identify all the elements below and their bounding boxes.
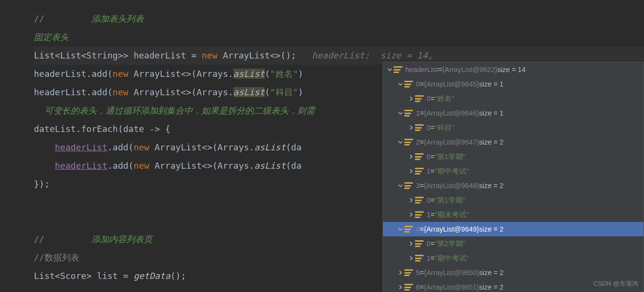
variable-icon (415, 124, 424, 131)
chevron-down-icon[interactable] (397, 227, 404, 232)
debug-var-index: 1 (416, 109, 420, 118)
variable-icon (404, 81, 413, 88)
chevron-right-icon[interactable] (407, 154, 415, 159)
variable-icon (415, 168, 424, 175)
code-text: (da (286, 161, 302, 171)
debug-tree-row[interactable]: 0 = "第2学期" (383, 236, 644, 251)
debug-var-type: {ArrayList@9646} (424, 109, 479, 118)
debug-var-index: 4 (416, 225, 420, 234)
debug-tree-row[interactable]: 4 = {ArrayList@9649} size = 2 (383, 222, 644, 236)
debug-var-index: 5 (416, 268, 420, 277)
string-literal: "姓名" (270, 69, 298, 79)
debug-var-value: "科目" (435, 123, 454, 132)
inline-hint-value: size = 14 (370, 50, 428, 60)
comment-text: 添加表头列表 (92, 14, 144, 24)
debug-var-value: "期末考试" (435, 210, 469, 219)
comment-slash: // (34, 14, 92, 24)
debug-var-size: size = 2 (479, 283, 503, 292)
code-text: ArrayList<>(); (217, 50, 296, 60)
debug-var-type: {ArrayList@9649} (424, 225, 479, 234)
debug-var-index: 2 (416, 138, 420, 147)
debug-tree-row[interactable]: 0 = "第1学期" (383, 193, 644, 207)
chevron-right-icon[interactable] (407, 169, 415, 174)
variable-icon (404, 182, 413, 189)
debug-tree-row[interactable]: 0 = "姓名" (383, 91, 644, 106)
method-asList: asList (233, 87, 265, 97)
paren: ) (298, 69, 303, 79)
chevron-right-icon[interactable] (397, 270, 404, 275)
debug-var-index: 0 (427, 94, 430, 103)
equals: = (430, 123, 434, 132)
chevron-right-icon[interactable] (407, 96, 415, 101)
equals: = (420, 283, 424, 292)
debug-var-index: 1 (427, 210, 430, 219)
debug-tree-row[interactable]: 3 = {ArrayList@9648} size = 2 (383, 178, 644, 193)
equals: = (430, 210, 434, 219)
debug-var-index: 3 (416, 181, 420, 190)
method-asList: asList (233, 69, 265, 79)
watermark: CSDN @方渐鸿 (593, 279, 638, 288)
chevron-right-icon[interactable] (407, 212, 415, 217)
debug-var-type: {ArrayList@9648} (424, 181, 479, 190)
debug-tree-row[interactable]: 1 = "期末考试" (383, 207, 644, 222)
debug-tree-row[interactable]: 5 = {ArrayList@9650} size = 2 (383, 265, 644, 280)
debug-var-index: 6 (416, 283, 420, 292)
chevron-down-icon[interactable] (397, 183, 404, 188)
variable-icon (415, 240, 424, 247)
debug-var-value: "期中考试" (435, 254, 469, 263)
chevron-right-icon[interactable] (407, 198, 415, 203)
comment-text: 可变长的表头，通过循环添加到集合中，如果是拆分的二级表头，则需 (45, 105, 315, 116)
variable-icon (404, 284, 413, 291)
debugger-variables-panel[interactable]: headerList = {ArrayList@9622} size = 140… (383, 62, 644, 292)
debug-var-index: 0 (427, 152, 430, 161)
debug-tree-row[interactable]: 1 = "期中考试" (383, 164, 644, 178)
method-asList: asList (254, 161, 286, 171)
chevron-right-icon[interactable] (397, 285, 404, 290)
keyword-new: new (202, 50, 218, 60)
equals: = (420, 181, 424, 190)
debug-tree-row[interactable]: 0 = "第1学期" (383, 149, 644, 164)
chevron-down-icon[interactable] (397, 111, 404, 116)
code-text: .add( (107, 142, 134, 152)
debug-tree-row[interactable]: 0 = {ArrayList@9645} size = 1 (383, 77, 644, 91)
comment-slash: // (34, 234, 92, 244)
inline-hint-name: headerList: (296, 50, 370, 60)
debug-tree-row[interactable]: headerList = {ArrayList@9622} size = 14 (383, 62, 644, 77)
debug-var-type: {ArrayList@9647} (424, 138, 479, 147)
method-getData: getData (134, 271, 170, 281)
debug-var-type: {ArrayList@9650} (424, 268, 479, 277)
debug-var-size: size = 2 (479, 181, 503, 190)
equals: = (430, 94, 434, 103)
paren: ) (298, 87, 303, 97)
debug-var-value: "第1学期" (435, 152, 465, 161)
chevron-down-icon[interactable]: ⌄ (428, 50, 433, 60)
debug-tree-row[interactable]: 1 = "期中考试" (383, 251, 644, 265)
variable-icon (404, 269, 413, 276)
equals: = (430, 152, 434, 161)
debug-tree-row[interactable]: 2 = {ArrayList@9647} size = 2 (383, 135, 644, 149)
variable-icon (415, 95, 424, 102)
equals: = (430, 239, 434, 248)
chevron-down-icon[interactable] (397, 140, 404, 145)
debug-var-value: "期中考试" (435, 167, 469, 176)
equals: = (420, 268, 424, 277)
code-text: ArrayList<>(Arrays. (149, 161, 254, 171)
debug-var-index: 1 (427, 254, 430, 263)
keyword-new: new (134, 161, 150, 171)
chevron-down-icon[interactable] (397, 82, 404, 87)
equals: = (420, 225, 424, 234)
debug-tree-row[interactable]: 0 = "科目" (383, 120, 644, 135)
chevron-right-icon[interactable] (407, 241, 415, 246)
variable-icon (415, 255, 424, 262)
chevron-down-icon[interactable] (386, 67, 394, 72)
code-text: headerList.add( (34, 69, 113, 79)
paren: ( (265, 87, 270, 97)
code-text: ArrayList<>(Arrays. (128, 87, 233, 97)
debug-tree-row[interactable]: 1 = {ArrayList@9646} size = 1 (383, 106, 644, 120)
code-text: dateList.forEach(date -> { (34, 124, 170, 134)
chevron-right-icon[interactable] (407, 125, 415, 130)
equals: = (420, 109, 424, 118)
debug-var-value: "第2学期" (435, 239, 465, 248)
chevron-right-icon[interactable] (407, 256, 415, 261)
variable-icon (404, 139, 413, 146)
